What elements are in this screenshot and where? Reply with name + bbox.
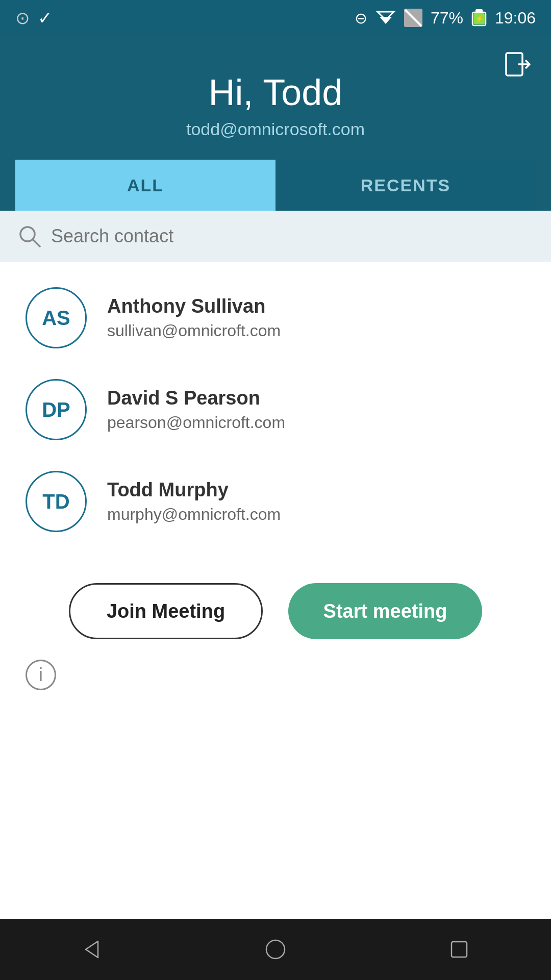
tab-recents[interactable]: RECENTS bbox=[276, 160, 536, 211]
home-button[interactable] bbox=[255, 929, 296, 970]
contact-list: AS Anthony Sullivan sullivan@omnicroft.c… bbox=[0, 262, 551, 558]
contact-email: pearson@omnicroft.com bbox=[107, 413, 285, 432]
contact-item[interactable]: DP David S Pearson pearson@omnicroft.com bbox=[0, 364, 551, 456]
contact-name: David S Pearson bbox=[107, 387, 285, 409]
contact-item[interactable]: AS Anthony Sullivan sullivan@omnicroft.c… bbox=[0, 272, 551, 364]
svg-text:⚡: ⚡ bbox=[474, 15, 484, 23]
start-meeting-button[interactable]: Start meeting bbox=[288, 583, 482, 639]
tab-all[interactable]: ALL bbox=[15, 160, 276, 211]
tabs-container: ALL RECENTS bbox=[15, 160, 536, 211]
avatar: TD bbox=[26, 471, 87, 532]
info-row: i bbox=[0, 655, 551, 700]
signal-off-icon bbox=[404, 9, 422, 27]
signal-icon: ⊙ bbox=[15, 8, 30, 28]
contact-name: Todd Murphy bbox=[107, 479, 281, 501]
battery-icon: ⚡ bbox=[471, 9, 487, 27]
svg-rect-5 bbox=[475, 9, 483, 13]
search-bar bbox=[0, 211, 551, 262]
check-icon: ✓ bbox=[38, 8, 52, 28]
join-meeting-button[interactable]: Join Meeting bbox=[69, 583, 263, 639]
search-input[interactable] bbox=[51, 225, 533, 247]
svg-point-13 bbox=[266, 940, 285, 959]
recent-apps-button[interactable] bbox=[439, 929, 480, 970]
user-email: todd@omnicrosoft.com bbox=[186, 119, 365, 139]
navigation-bar bbox=[0, 919, 551, 980]
battery-percent: 77% bbox=[431, 9, 463, 28]
time-display: 19:06 bbox=[495, 9, 536, 28]
info-icon[interactable]: i bbox=[26, 660, 56, 690]
contact-email: sullivan@omnicroft.com bbox=[107, 321, 281, 340]
contact-name: Anthony Sullivan bbox=[107, 295, 281, 317]
search-icon bbox=[18, 225, 41, 247]
contact-item[interactable]: TD Todd Murphy murphy@omnicroft.com bbox=[0, 456, 551, 547]
contact-info: Todd Murphy murphy@omnicroft.com bbox=[107, 479, 281, 524]
logout-icon[interactable] bbox=[504, 51, 531, 78]
svg-rect-14 bbox=[452, 942, 467, 957]
contact-email: murphy@omnicroft.com bbox=[107, 505, 281, 524]
contact-info: David S Pearson pearson@omnicroft.com bbox=[107, 387, 285, 432]
contact-info: Anthony Sullivan sullivan@omnicroft.com bbox=[107, 295, 281, 340]
back-button[interactable] bbox=[71, 929, 112, 970]
header: Hi, Todd todd@omnicrosoft.com ALL RECENT… bbox=[0, 36, 551, 211]
status-bar: ⊙ ✓ ⊖ 77% ⚡ 19:06 bbox=[0, 0, 551, 36]
svg-marker-12 bbox=[86, 941, 98, 958]
svg-line-11 bbox=[33, 239, 40, 246]
wifi-icon bbox=[375, 10, 396, 26]
avatar: DP bbox=[26, 379, 87, 440]
avatar: AS bbox=[26, 287, 87, 348]
do-not-disturb-icon: ⊖ bbox=[355, 9, 367, 27]
greeting-text: Hi, Todd bbox=[209, 71, 343, 113]
action-buttons: Join Meeting Start meeting bbox=[0, 558, 551, 655]
